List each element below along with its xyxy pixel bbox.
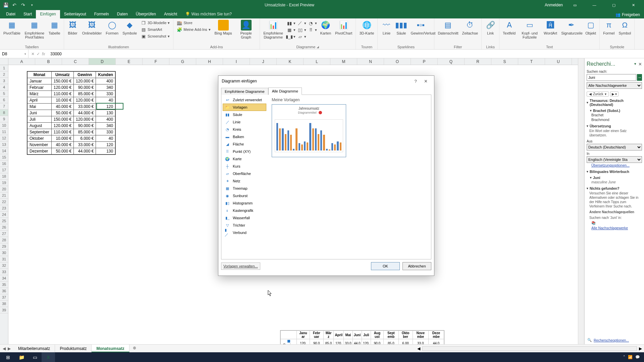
table-cell[interactable]: Dezember: [28, 148, 52, 155]
chart-type-bar[interactable]: ▬Balken: [223, 133, 266, 140]
table-cell[interactable]: 340: [96, 123, 115, 129]
table-cell[interactable]: 44.000 €: [74, 110, 96, 116]
column-header[interactable]: C: [62, 58, 89, 65]
research-options-link[interactable]: Recherscheoptionen...: [594, 338, 629, 342]
row-header[interactable]: 31: [0, 256, 8, 262]
row-header[interactable]: 11: [0, 129, 8, 135]
table-cell[interactable]: 33.000 €: [74, 142, 96, 148]
tray-chevron-icon[interactable]: ˄: [623, 355, 625, 359]
link-button[interactable]: 🔗Link: [484, 19, 497, 36]
chart-type-stock[interactable]: ┼Kurs: [223, 163, 266, 170]
research-back-button[interactable]: ◀ Zurück ▾: [587, 92, 609, 97]
row-header[interactable]: 22: [0, 199, 8, 205]
table-cell[interactable]: 85.000 €: [74, 91, 96, 97]
name-box[interactable]: D8▾: [0, 50, 29, 58]
column-header[interactable]: A: [8, 58, 35, 65]
symbol-button[interactable]: ΩSymbol: [617, 19, 632, 36]
bilingual-section[interactable]: ▾Bilinguales Wörterbuch: [587, 170, 642, 174]
thesaurus-entry-header[interactable]: ▾Brachet (Subst.): [587, 109, 642, 113]
bing-maps-button[interactable]: ▶Bing Maps: [213, 19, 233, 36]
row-header[interactable]: 27: [0, 231, 8, 237]
table-cell[interactable]: 40.000 €: [51, 104, 73, 110]
undo-icon[interactable]: ↶: [11, 2, 17, 8]
chart-type-recent[interactable]: ↩Zuletzt verwendet: [223, 96, 266, 104]
row-header[interactable]: 25: [0, 218, 8, 224]
pivotchart-button[interactable]: 📊PivotChart: [334, 19, 354, 36]
table-cell[interactable]: 50.000 €: [51, 148, 73, 155]
table-cell[interactable]: 90.000 €: [74, 123, 96, 129]
dialog-close-icon[interactable]: ✕: [421, 79, 431, 84]
research-forward-button[interactable]: ▶ ▾: [610, 92, 619, 97]
row-header[interactable]: 34: [0, 275, 8, 282]
column-header[interactable]: E: [116, 58, 143, 65]
tab-file[interactable]: Datei: [2, 10, 19, 18]
maps-button[interactable]: 🌍Karten: [319, 19, 332, 36]
bilingual-entry-header[interactable]: ▾Juni: [587, 176, 642, 180]
system-tray[interactable]: ˄ 📶 💬: [621, 355, 643, 359]
table-cell[interactable]: 110.000 €: [51, 129, 73, 135]
formula-input[interactable]: 33000: [48, 52, 644, 56]
smartart-button[interactable]: ▧SmartArt: [140, 26, 171, 33]
table-cell[interactable]: Februar: [28, 84, 52, 91]
row-header[interactable]: 32: [0, 262, 8, 269]
chart-type-sunburst[interactable]: ◉Sunburst: [223, 192, 266, 199]
dialog-tab-all[interactable]: Alle Diagramme: [268, 87, 302, 95]
table-cell[interactable]: 120.000 €: [51, 84, 73, 91]
pane-close-icon[interactable]: ✕: [638, 62, 642, 67]
row-header[interactable]: 16: [0, 161, 8, 167]
column-header[interactable]: T: [518, 58, 545, 65]
sheet-nav-prev-icon[interactable]: ◀: [3, 346, 6, 351]
translation-options-link[interactable]: Übersetzungsoptionen...: [587, 163, 642, 168]
timeline-button[interactable]: ⏱Zeitachse: [461, 19, 479, 36]
qat-customize-icon[interactable]: ▾: [29, 2, 35, 8]
ok-button[interactable]: OK: [371, 262, 400, 270]
row-header[interactable]: 13: [0, 141, 8, 148]
textbox-button[interactable]: 𝖠Textfeld: [501, 19, 517, 36]
research-go-button[interactable]: →: [637, 74, 642, 81]
table-cell[interactable]: 340: [96, 84, 115, 91]
chart-type-waterfall[interactable]: ▮_Wasserfall: [223, 214, 266, 222]
row-header[interactable]: 7: [0, 103, 8, 110]
column-header[interactable]: O: [384, 58, 411, 65]
table-cell[interactable]: 330: [96, 129, 115, 135]
pictures-button[interactable]: 🖼Bilder: [66, 19, 79, 36]
row-header[interactable]: 15: [0, 154, 8, 161]
row-header[interactable]: 33: [0, 269, 8, 275]
chart-type-histogram[interactable]: ▮▯Histogramm: [223, 199, 266, 207]
row-header[interactable]: 14: [0, 148, 8, 154]
sparkline-winloss-button[interactable]: ▪▫▪Gewinn/Verlust: [409, 19, 432, 36]
table-cell[interactable]: Juni: [28, 110, 52, 116]
table-cell[interactable]: 40: [96, 135, 115, 142]
fx-icon[interactable]: fx: [42, 52, 45, 56]
table-cell[interactable]: 10.000 €: [51, 97, 73, 104]
sheet-nav-next-icon[interactable]: ▶: [8, 346, 11, 351]
thesaurus-item[interactable]: Brachet: [587, 113, 642, 117]
table-cell[interactable]: 120.000 €: [74, 78, 96, 84]
table-cell[interactable]: Mai: [28, 104, 52, 110]
row-header[interactable]: 2: [0, 71, 8, 78]
row-header[interactable]: 28: [0, 237, 8, 243]
table-cell[interactable]: 120.000 €: [74, 97, 96, 104]
dialog-help-icon[interactable]: ?: [411, 79, 421, 84]
chart-type-column[interactable]: ▮▮Säule: [223, 111, 266, 118]
row-header[interactable]: 1: [0, 65, 8, 71]
table-cell[interactable]: November: [28, 142, 52, 148]
row-header[interactable]: 26: [0, 224, 8, 231]
all-sources-link[interactable]: Alle Nachschlagewerke: [587, 226, 642, 230]
column-header[interactable]: I: [223, 58, 250, 65]
sheet-tab-active[interactable]: Monatsumsatz: [92, 345, 129, 352]
table-cell[interactable]: März: [28, 91, 52, 97]
column-header[interactable]: U: [545, 58, 572, 65]
row-header[interactable]: 30: [0, 250, 8, 256]
row-header[interactable]: 21: [0, 192, 8, 199]
table-cell[interactable]: 90.000 €: [74, 84, 96, 91]
table-cell[interactable]: 150.000 €: [51, 116, 73, 123]
table-cell[interactable]: 400: [96, 78, 115, 84]
pane-menu-icon[interactable]: ▾: [634, 62, 636, 67]
sheet-tab[interactable]: Produktumsatz: [55, 345, 92, 352]
not-found-section[interactable]: ▾Nichts gefunden?: [587, 186, 642, 190]
recommended-pivottables-button[interactable]: ▦Empfohlene PivotTables: [23, 19, 46, 40]
row-header[interactable]: 4: [0, 84, 8, 90]
row-header[interactable]: 35: [0, 282, 8, 288]
table-cell[interactable]: 120.000 €: [74, 116, 96, 123]
